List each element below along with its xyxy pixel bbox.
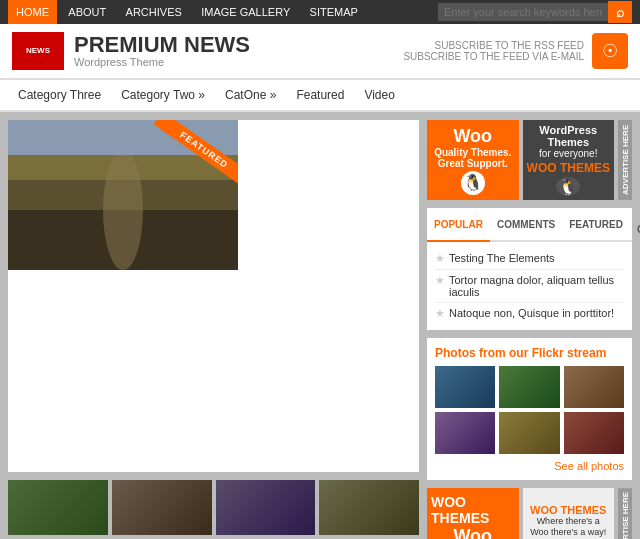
see-all-photos-link[interactable]: See all photos <box>435 460 624 472</box>
featured-article: FEATURED Featured Tortor magna dolor, al… <box>8 120 419 472</box>
top-navigation: HOME ABOUT ARCHIVES IMAGE GALLERY SITEMA… <box>0 0 640 24</box>
woo-ad-2[interactable]: WordPress Themes for everyone! WOO THEME… <box>523 120 615 200</box>
rss-feed-link[interactable]: SUBSCRIBE TO THE RSS FEED <box>403 40 584 51</box>
tab-content-popular: ★ Testing The Elements ★ Tortor magna do… <box>427 242 632 330</box>
flickr-title: Photos from our Flickr stream <box>435 346 624 360</box>
top-nav-links: HOME ABOUT ARCHIVES IMAGE GALLERY SITEMA… <box>8 0 366 24</box>
nav-about[interactable]: ABOUT <box>60 0 114 24</box>
popular-item-1[interactable]: ★ Testing The Elements <box>435 248 624 270</box>
logo-left: NEWS PREMIUM NEWS Wordpress Theme <box>12 32 250 70</box>
flickr-thumb-5[interactable] <box>499 412 559 454</box>
star-icon-1: ★ <box>435 252 445 265</box>
content-area: FEATURED Featured Tortor magna dolor, al… <box>8 120 419 539</box>
advertise-here-label-bottom: ADVERTISE HERE <box>618 488 632 539</box>
logo-right: SUBSCRIBE TO THE RSS FEED SUBSCRIBE TO T… <box>403 33 628 69</box>
rss-email-link[interactable]: SUBSCRIBE TO THE FEED VIA E-MAIL <box>403 51 584 62</box>
svg-point-4 <box>103 150 143 270</box>
rss-icon: ☉ <box>592 33 628 69</box>
tab-comments[interactable]: COMMENTS <box>490 208 562 240</box>
cat-nav-video[interactable]: Video <box>354 84 404 106</box>
cat-nav-catone[interactable]: CatOne <box>215 84 286 106</box>
flickr-thumb-4[interactable] <box>435 412 495 454</box>
flickr-thumb-2[interactable] <box>499 366 559 408</box>
logo-image: NEWS <box>12 32 64 70</box>
cat-nav-featured[interactable]: Featured <box>286 84 354 106</box>
nav-sitemap[interactable]: SITEMAP <box>302 0 366 24</box>
top-ads: Woo Quality Themes. Great Support. 🐧 Wor… <box>427 120 632 200</box>
star-icon-3: ★ <box>435 307 445 320</box>
star-icon-2: ★ <box>435 274 445 287</box>
flickr-thumb-1[interactable] <box>435 366 495 408</box>
nav-archives[interactable]: ARCHIVES <box>118 0 190 24</box>
bottom-ads: WOO THEMES Woo WOO THEMES Where there's … <box>427 488 632 539</box>
thumbnail-row <box>8 480 419 535</box>
search-button[interactable]: ⌕ <box>608 1 632 23</box>
nav-image-gallery[interactable]: IMAGE GALLERY <box>193 0 298 24</box>
category-navigation: Category Three Category Two CatOne Featu… <box>0 78 640 112</box>
cat-nav-category-two[interactable]: Category Two <box>111 84 215 106</box>
bottom-ad-2[interactable]: WOO THEMES Where there's a Woo there's a… <box>523 488 615 539</box>
popular-item-3[interactable]: ★ Natoque non, Quisque in porttitor! <box>435 303 624 324</box>
sidebar: Woo Quality Themes. Great Support. 🐧 Wor… <box>427 120 632 539</box>
thumb-3 <box>216 480 316 535</box>
logo-area: NEWS PREMIUM NEWS Wordpress Theme SUBSCR… <box>0 24 640 78</box>
tabs-section: POPULAR COMMENTS FEATURED TAG CLOUD ★ Te… <box>427 208 632 330</box>
flickr-grid <box>435 366 624 454</box>
site-subtitle: Wordpress Theme <box>74 56 250 68</box>
flickr-thumb-6[interactable] <box>564 412 624 454</box>
tab-navigation: POPULAR COMMENTS FEATURED TAG CLOUD <box>427 208 632 242</box>
search-bar: ⌕ <box>438 1 632 23</box>
featured-image: FEATURED <box>8 120 238 472</box>
cat-nav-category-three[interactable]: Category Three <box>8 84 111 106</box>
rss-links: SUBSCRIBE TO THE RSS FEED SUBSCRIBE TO T… <box>403 40 584 62</box>
thumb-1 <box>8 480 108 535</box>
search-input[interactable] <box>438 3 608 21</box>
main-content: FEATURED Featured Tortor magna dolor, al… <box>0 112 640 539</box>
advertise-here-label: ADVERTISE HERE <box>618 120 632 200</box>
logo-text: PREMIUM NEWS Wordpress Theme <box>74 34 250 68</box>
popular-item-2[interactable]: ★ Tortor magna dolor, aliquam tellus iac… <box>435 270 624 303</box>
tab-tag-cloud[interactable]: TAG CLOUD <box>630 208 640 240</box>
flickr-section: Photos from our Flickr stream See all ph… <box>427 338 632 480</box>
bottom-ad-1[interactable]: WOO THEMES Woo <box>427 488 519 539</box>
tab-popular[interactable]: POPULAR <box>427 208 490 242</box>
nav-home[interactable]: HOME <box>8 0 57 24</box>
tab-featured[interactable]: FEATURED <box>562 208 630 240</box>
flickr-thumb-3[interactable] <box>564 366 624 408</box>
woo-ad-1[interactable]: Woo Quality Themes. Great Support. 🐧 <box>427 120 519 200</box>
thumb-2 <box>112 480 212 535</box>
thumb-4 <box>319 480 419 535</box>
site-title: PREMIUM NEWS <box>74 34 250 56</box>
